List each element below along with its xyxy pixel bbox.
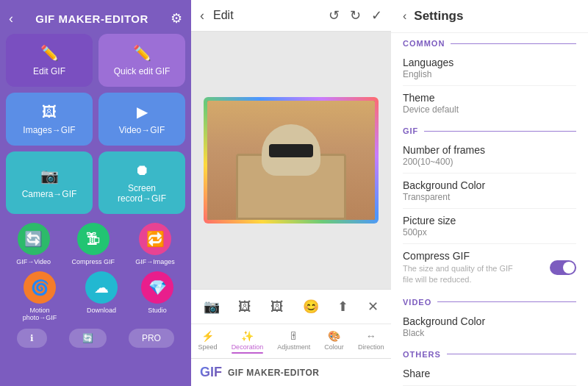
gif-image [207,101,375,220]
gif-to-images-label: GIF→Images [135,258,175,265]
motion-photo-item[interactable]: 🌀 Motion photo→GIF [18,271,62,321]
quick-edit-gif-button[interactable]: ✏️ Quick edit GIF [98,34,185,87]
speed-tab-icon: ⚡ [201,330,214,342]
bg-color-value: Transparent [403,192,576,202]
camera-to-gif-button[interactable]: 📷 Camera→GIF [6,151,93,214]
pro-pill-button[interactable]: PRO [129,329,174,348]
tab-speed[interactable]: ⚡ Speed [194,329,222,355]
screen-record-button[interactable]: ⏺ Screen record→GIF [98,151,185,214]
video-label: VIDEO [403,298,431,307]
theme-value: Device default [403,104,576,115]
compress-gif-item[interactable]: 🗜 Compress GIF [71,223,115,265]
picture-size-item[interactable]: Picture size 500px [391,209,588,243]
pill-buttons-row: ℹ 🔄 PRO [6,329,185,348]
gif-to-images-item[interactable]: 🔁 GIF→Images [135,223,175,265]
image-toolbar-icon[interactable]: 🖼 [235,296,254,318]
circle-buttons-row1: 🔄 GIF→Video 🗜 Compress GIF 🔁 GIF→Images [6,223,185,265]
video-divider-line [437,301,576,302]
picture-size-title: Picture size [403,215,576,226]
camera-label: Camera→GIF [22,189,77,199]
top-buttons-grid: ✏️ Edit GIF ✏️ Quick edit GIF 🖼 Images→G… [6,34,185,214]
studio-item[interactable]: 💎 Studio [141,271,173,321]
back-arrow-icon[interactable]: ‹ [9,11,13,26]
download-item[interactable]: ☁ Download [85,271,118,321]
theme-item[interactable]: Theme Device default [391,86,588,121]
motion-photo-circle: 🌀 [24,271,56,304]
confirm-icon[interactable]: ✓ [371,7,382,24]
compress-gif-title: Compress GIF [403,250,520,262]
screen-record-icon: ⏺ [135,162,149,179]
adjustment-tab-label: Adjustment [277,343,310,351]
mid-toolbar: 📷 🖼 🖼 😊 ⬆ ✕ [191,289,391,324]
quick-edit-label: Quick edit GIF [114,66,171,76]
cat-image [207,101,375,220]
colour-tab-icon: 🎨 [328,330,340,342]
right-header: ‹ Settings [391,0,588,33]
direction-tab-icon: ↔ [366,330,376,342]
compress-gif-circle: 🗜 [77,223,110,255]
undo-icon[interactable]: ↺ [329,7,340,24]
bg-color-item[interactable]: Background Color Transparent [391,174,588,208]
tab-adjustment[interactable]: 🎚 Adjustment [273,329,315,355]
gif-divider-line [424,131,576,132]
others-divider-line [447,354,576,354]
settings-back-icon[interactable]: ‹ [403,10,406,23]
gif-to-video-item[interactable]: 🔄 GIF→Video [16,223,51,265]
common-section-header: COMMON [391,33,588,51]
share-item[interactable]: Share [391,362,588,385]
languages-title: Languages [403,57,576,68]
num-frames-item[interactable]: Number of frames 200(10~400) [391,138,588,173]
studio-label: Studio [148,307,167,314]
app-title: GIF MAKER-EDITOR [35,12,148,25]
refresh-pill-button[interactable]: 🔄 [69,329,107,348]
tab-colour[interactable]: 🎨 Colour [320,329,348,355]
tab-decoration[interactable]: ✨ Decoration [227,329,268,355]
info-pill-button[interactable]: ℹ [17,329,47,348]
gif-to-video-circle: 🔄 [18,223,50,255]
direction-tab-label: Direction [358,343,384,351]
bg-color-title: Background Color [403,179,576,191]
mid-header: ‹ Edit ↺ ↻ ✓ [191,0,391,32]
video-icon: ▶ [137,103,148,121]
upload-toolbar-icon[interactable]: ⬆ [334,296,351,318]
mid-back-icon[interactable]: ‹ [200,8,204,24]
languages-item[interactable]: Languages English [391,51,588,85]
left-header: ‹ GIF MAKER-EDITOR ⚙ [6,6,185,34]
circle-buttons-row2: 🌀 Motion photo→GIF ☁ Download 💎 Studio [6,271,185,321]
images-to-gif-button[interactable]: 🖼 Images→GIF [6,93,93,146]
frame-toolbar-icon[interactable]: 🖼 [268,296,287,318]
share-title: Share [403,368,576,379]
speed-tab-label: Speed [198,343,218,351]
compress-gif-toggle[interactable] [550,260,576,275]
active-tab-indicator [232,352,264,354]
refresh-icon: 🔄 [82,333,93,343]
pro-label: PRO [142,333,161,343]
decoration-tab-label: Decoration [232,343,264,351]
video-to-gif-button[interactable]: ▶ Video→GIF [98,93,185,146]
compress-gif-item[interactable]: Compress GIF The size and quality of the… [391,244,588,292]
settings-title: Settings [414,9,463,24]
images-icon: 🖼 [42,104,57,121]
redo-icon[interactable]: ↻ [350,7,361,24]
num-frames-title: Number of frames [403,144,576,156]
gif-rainbow-border [204,97,379,224]
gif-label: GIF [403,126,418,135]
camera-toolbar-icon[interactable]: 📷 [201,296,223,318]
gif-logo: GIF [200,365,222,380]
info-icon: ℹ [30,333,34,343]
gif-to-images-circle: 🔁 [139,223,171,255]
languages-value: English [403,69,576,79]
video-bg-color-title: Background Color [403,315,576,327]
right-panel: ‹ Settings COMMON Languages English Them… [391,0,588,386]
left-panel: ‹ GIF MAKER-EDITOR ⚙ ✏️ Edit GIF ✏️ Quic… [0,0,191,386]
video-bg-color-item[interactable]: Background Color Black [391,310,588,344]
emoji-toolbar-icon[interactable]: 😊 [300,296,322,318]
gif-section-header: GIF [391,121,588,138]
close-toolbar-icon[interactable]: ✕ [365,296,381,318]
compress-gif-desc: The size and quality of the GIF file wil… [403,263,520,286]
tab-direction[interactable]: ↔ Direction [354,329,389,355]
settings-icon[interactable]: ⚙ [171,10,182,26]
edit-gif-button[interactable]: ✏️ Edit GIF [6,34,93,87]
num-frames-value: 200(10~400) [403,157,576,167]
gif-preview-area [191,32,391,289]
